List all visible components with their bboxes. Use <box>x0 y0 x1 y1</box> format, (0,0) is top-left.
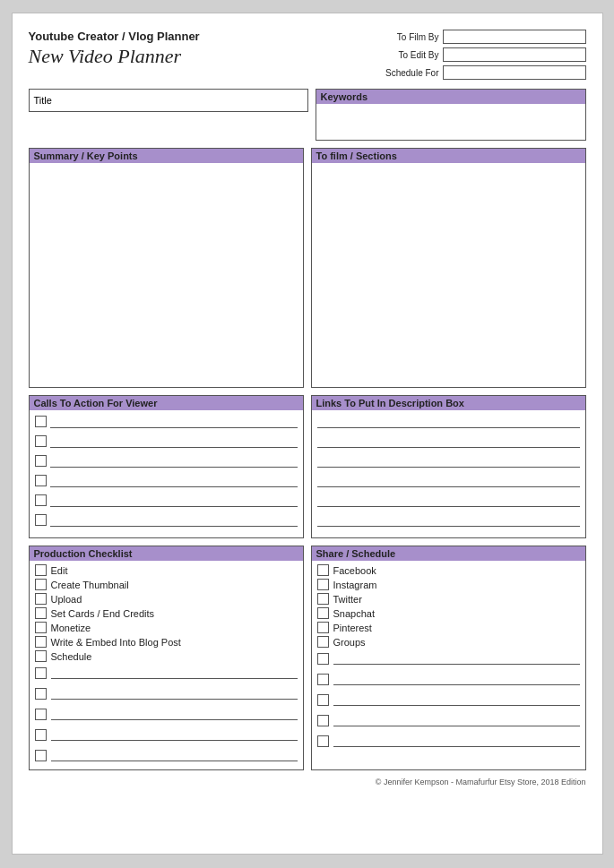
prod-check-edit[interactable] <box>35 564 47 576</box>
prod-blank-1 <box>35 665 298 679</box>
prod-check-schedule[interactable] <box>35 650 47 662</box>
cta-row-5 <box>35 494 298 507</box>
share-blank-check-4[interactable] <box>317 715 329 726</box>
prod-blank-check-2[interactable] <box>35 688 47 700</box>
links-line-2[interactable] <box>317 435 580 448</box>
keywords-label: Keywords <box>316 90 585 104</box>
share-item-groups: Groups <box>317 636 580 648</box>
links-line-5[interactable] <box>317 494 580 507</box>
prod-blank-line-3[interactable] <box>51 706 298 720</box>
production-checklist: Edit Create Thumbnail Upload Set Cards /… <box>30 561 303 769</box>
share-blank-5 <box>317 733 580 747</box>
share-label-groups: Groups <box>333 637 366 648</box>
film-content[interactable] <box>312 163 585 387</box>
share-check-pinterest[interactable] <box>317 622 329 633</box>
prod-check-cards[interactable] <box>35 607 47 619</box>
title-label: Title <box>34 95 52 106</box>
share-check-instagram[interactable] <box>317 579 329 590</box>
cta-check-1[interactable] <box>35 416 47 427</box>
cta-label: Calls To Action For Viewer <box>30 396 303 410</box>
cta-line-6[interactable] <box>50 514 298 527</box>
links-line-6[interactable] <box>317 514 580 527</box>
prod-blank-check-3[interactable] <box>35 709 47 720</box>
prod-blank-line-4[interactable] <box>51 726 298 741</box>
prod-label-schedule: Schedule <box>51 651 92 662</box>
keywords-content[interactable] <box>316 104 585 140</box>
cta-check-3[interactable] <box>35 455 47 467</box>
title-block: Youtube Creator / Vlog Planner New Video… <box>29 30 200 68</box>
prod-blank-check-1[interactable] <box>35 667 47 679</box>
share-blank-3 <box>317 692 580 706</box>
prod-check-blog[interactable] <box>35 636 47 648</box>
share-item-snapchat: Snapchat <box>317 607 580 619</box>
cta-box: Calls To Action For Viewer <box>29 395 304 538</box>
summary-box: Summary / Key Points <box>29 148 304 388</box>
prod-item-blog: Write & Embed Into Blog Post <box>35 636 298 648</box>
cta-check-2[interactable] <box>35 435 47 447</box>
prod-check-upload[interactable] <box>35 593 47 605</box>
prod-blank-check-4[interactable] <box>35 729 47 741</box>
share-blank-check-3[interactable] <box>317 694 329 706</box>
cta-line-5[interactable] <box>50 494 298 507</box>
title-box[interactable]: Title <box>29 89 308 112</box>
footer-text: © Jennifer Kempson - Mamafurfur Etsy Sto… <box>376 778 586 786</box>
footer: © Jennifer Kempson - Mamafurfur Etsy Sto… <box>29 778 586 786</box>
share-blank-check-5[interactable] <box>317 735 329 747</box>
share-blank-line-2[interactable] <box>333 671 580 685</box>
cta-check-6[interactable] <box>35 514 47 526</box>
prod-blank-line-5[interactable] <box>51 747 298 761</box>
schedule-input[interactable] <box>443 65 586 80</box>
prod-blank-2 <box>35 685 298 700</box>
cta-line-4[interactable] <box>50 475 298 487</box>
share-check-snapchat[interactable] <box>317 607 329 619</box>
prod-blank-check-5[interactable] <box>35 750 47 761</box>
prod-blank-line-1[interactable] <box>51 665 298 679</box>
cta-row-2 <box>35 435 298 448</box>
share-label-twitter: Twitter <box>333 594 362 605</box>
prod-blank-4 <box>35 726 298 741</box>
to-edit-input[interactable] <box>443 47 586 62</box>
header-fields: To Film By To Edit By Schedule For <box>385 30 585 80</box>
links-line-3[interactable] <box>317 455 580 468</box>
share-blank-line-4[interactable] <box>333 712 580 726</box>
prod-label-thumbnail: Create Thumbnail <box>51 580 129 590</box>
to-film-label: To Film By <box>397 32 439 42</box>
to-film-input[interactable] <box>443 30 586 44</box>
keywords-box: Keywords <box>316 89 586 141</box>
prod-item-cards: Set Cards / End Credits <box>35 607 298 619</box>
share-label-facebook: Facebook <box>333 565 376 576</box>
links-line-1[interactable] <box>317 416 580 428</box>
cta-line-2[interactable] <box>50 435 298 448</box>
share-check-groups[interactable] <box>317 636 329 648</box>
cta-lines <box>30 410 303 537</box>
cta-row-1 <box>35 416 298 428</box>
share-blank-2 <box>317 671 580 685</box>
links-line-4[interactable] <box>317 475 580 487</box>
prod-label-cards: Set Cards / End Credits <box>51 608 155 619</box>
share-item-twitter: Twitter <box>317 593 580 605</box>
prod-blank-line-2[interactable] <box>51 685 298 700</box>
cta-line-3[interactable] <box>50 455 298 468</box>
share-blank-line-3[interactable] <box>333 692 580 706</box>
share-blank-check-1[interactable] <box>317 653 329 665</box>
prod-blank-5 <box>35 747 298 761</box>
share-blank-check-2[interactable] <box>317 674 329 685</box>
page: Youtube Creator / Vlog Planner New Video… <box>12 13 603 855</box>
prod-blank-3 <box>35 706 298 720</box>
production-box: Production Checklist Edit Create Thumbna… <box>29 546 304 770</box>
cta-row-4 <box>35 475 298 487</box>
share-item-facebook: Facebook <box>317 564 580 576</box>
summary-content[interactable] <box>30 163 303 387</box>
cta-check-4[interactable] <box>35 475 47 486</box>
cta-line-1[interactable] <box>50 416 298 428</box>
share-check-twitter[interactable] <box>317 593 329 605</box>
share-blank-line-5[interactable] <box>333 733 580 747</box>
cta-row-3 <box>35 455 298 468</box>
to-edit-label: To Edit By <box>398 50 438 60</box>
prod-check-thumbnail[interactable] <box>35 579 47 590</box>
prod-label-upload: Upload <box>51 594 82 605</box>
prod-check-monetize[interactable] <box>35 622 47 633</box>
share-check-facebook[interactable] <box>317 564 329 576</box>
share-blank-line-1[interactable] <box>333 650 580 665</box>
cta-check-5[interactable] <box>35 494 47 506</box>
